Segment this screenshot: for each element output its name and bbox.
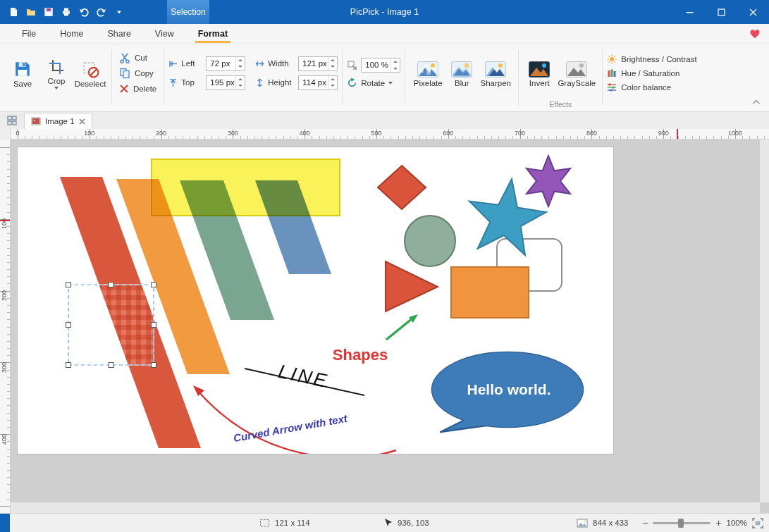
selection-size-icon <box>259 519 270 528</box>
redo-icon[interactable] <box>94 4 109 20</box>
pixelate-button[interactable]: Pixelate <box>410 59 446 87</box>
tab-overview-grid-icon[interactable] <box>3 113 21 128</box>
sun-icon <box>607 54 617 64</box>
tab-home[interactable]: Home <box>48 24 95 44</box>
zoom-in-button[interactable]: + <box>715 517 721 528</box>
selection-handle[interactable] <box>66 323 71 328</box>
save-file-icon[interactable] <box>41 4 56 20</box>
blur-button[interactable]: Blur <box>446 59 477 87</box>
width-input[interactable]: 121 px <box>298 56 338 71</box>
height-label: Height <box>268 78 295 87</box>
maximize-button[interactable] <box>706 0 737 24</box>
height-value: 114 px <box>299 76 328 89</box>
canvas-workspace[interactable]: 100 200 300 400 <box>0 140 769 513</box>
selection-handle[interactable] <box>66 363 71 368</box>
copy-button[interactable]: Copy <box>119 67 156 79</box>
image-canvas[interactable]: Shapes LINE Curved Arrow with text Hello… <box>18 147 613 454</box>
invert-button[interactable]: Invert <box>523 59 555 87</box>
rotate-button[interactable]: Rotate <box>347 78 400 88</box>
rotate-dropdown-icon <box>388 82 393 85</box>
hue-saturation-button[interactable]: Hue / Saturation <box>607 68 696 78</box>
delete-x-icon <box>119 84 129 94</box>
ruler-h-label: 300 <box>228 130 238 137</box>
close-button[interactable] <box>737 0 769 24</box>
width-spin-down[interactable] <box>328 63 337 70</box>
group-separator <box>405 49 405 105</box>
ruler-v-label: 300 <box>1 362 8 373</box>
ruler-h-label: 1000 <box>728 130 742 137</box>
tab-file[interactable]: File <box>10 24 48 44</box>
save-button[interactable]: Save <box>6 58 39 88</box>
left-value: 72 px <box>207 57 235 70</box>
blur-label: Blur <box>455 79 469 87</box>
cut-button[interactable]: Cut <box>119 51 156 63</box>
top-spin-down[interactable] <box>236 82 245 89</box>
cursor-position-indicator: 936, 103 <box>384 514 429 532</box>
brightness-contrast-button[interactable]: Brightness / Contrast <box>607 54 696 64</box>
left-input[interactable]: 72 px <box>206 56 245 71</box>
top-arrow-icon <box>168 78 178 87</box>
canvas-image[interactable]: Shapes LINE Curved Arrow with text Hello… <box>18 147 613 454</box>
zoom-input[interactable]: 100 % <box>361 58 400 73</box>
sharpen-button[interactable]: Sharpen <box>477 59 514 87</box>
cursor-marker-horizontal <box>677 129 678 139</box>
collapse-ribbon-button[interactable] <box>752 95 761 108</box>
zoom-slider-thumb[interactable] <box>678 519 684 528</box>
tab-close-icon[interactable] <box>79 118 85 125</box>
top-input[interactable]: 195 px <box>206 75 245 90</box>
ribbon-tab-bar: File Home Share View Format <box>0 24 769 44</box>
print-icon[interactable] <box>59 4 73 20</box>
hue-saturation-label: Hue / Saturation <box>621 69 679 78</box>
hue-bars-icon <box>607 68 617 78</box>
top-label: Top <box>181 78 202 87</box>
top-spin-up[interactable] <box>236 76 245 83</box>
selection-handle[interactable] <box>152 323 156 328</box>
favorite-heart-icon[interactable] <box>749 28 761 42</box>
width-spin-up[interactable] <box>328 57 337 64</box>
tab-format[interactable]: Format <box>186 24 240 44</box>
tab-view[interactable]: View <box>143 24 186 44</box>
cursor-position-text: 936, 103 <box>398 519 429 527</box>
copy-label: Copy <box>135 69 154 78</box>
height-input[interactable]: 114 px <box>298 75 338 90</box>
zoom-slider[interactable] <box>653 522 710 524</box>
qat-dropdown-icon[interactable] <box>111 4 126 20</box>
ruler-h-label: 400 <box>300 130 310 137</box>
crop-dropdown-icon <box>54 87 59 89</box>
new-file-icon[interactable] <box>6 4 20 20</box>
contextual-tab-selection[interactable]: Selection <box>167 0 209 24</box>
height-spin-down[interactable] <box>328 82 337 89</box>
selection-handle[interactable] <box>109 363 113 368</box>
selection-handle[interactable] <box>66 283 71 287</box>
grayscale-label: GrayScale <box>558 79 596 87</box>
delete-button[interactable]: Delete <box>119 82 156 94</box>
ruler-h-label: 800 <box>586 130 597 137</box>
horizontal-scrollbar[interactable] <box>11 502 760 513</box>
zoom-spin-down[interactable] <box>391 66 400 73</box>
height-spin-up[interactable] <box>328 76 337 83</box>
tab-share[interactable]: Share <box>96 24 143 44</box>
deselect-button[interactable]: Deselect <box>73 58 107 88</box>
zoom-out-button[interactable]: − <box>642 517 648 528</box>
image-size-icon <box>577 519 588 528</box>
doc-tab-image1[interactable]: Image 1 <box>24 113 92 129</box>
undo-icon[interactable] <box>76 4 91 20</box>
selection-handle[interactable] <box>109 283 113 287</box>
selection-handle[interactable] <box>152 283 156 287</box>
color-balance-button[interactable]: Color balance <box>607 82 696 92</box>
ruler-v-label: 200 <box>1 290 8 301</box>
ruler-h-label: 700 <box>515 130 525 137</box>
width-spinner: Width 121 px <box>255 56 338 71</box>
ruler-h-label: 100 <box>84 130 94 137</box>
open-folder-icon[interactable] <box>23 4 38 20</box>
zoom-spin-up[interactable] <box>391 58 400 66</box>
left-spin-down[interactable] <box>236 63 245 70</box>
crop-button[interactable]: Crop <box>39 56 73 89</box>
fit-window-icon[interactable] <box>752 518 763 528</box>
group-filter-effects: Pixelate Blur Sharpen <box>410 46 514 111</box>
left-spin-up[interactable] <box>236 57 245 64</box>
minimize-button[interactable] <box>674 0 706 24</box>
grayscale-button[interactable]: GrayScale <box>555 59 598 87</box>
selection-handle[interactable] <box>152 363 156 368</box>
vertical-scrollbar[interactable] <box>760 140 769 502</box>
